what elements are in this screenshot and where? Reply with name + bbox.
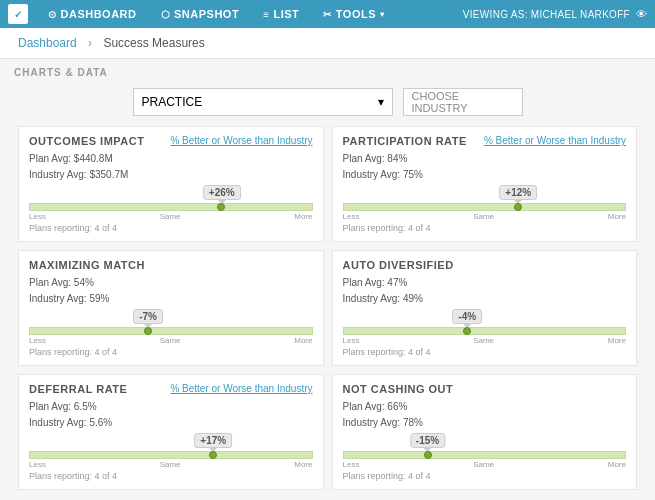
slider-outcomes: +26% Less Same More	[29, 203, 313, 221]
nav-list[interactable]: ≡ LIST	[259, 8, 303, 20]
metric-title-not-cashing: NOT CASHING OUT	[343, 383, 454, 395]
breadcrumb-current: Success Measures	[103, 36, 204, 50]
metric-reporting-not-cashing: Plans reporting: 4 of 4	[343, 471, 627, 481]
slider-dot-participation	[514, 203, 522, 211]
dashboard-icon: ⊙	[48, 9, 57, 20]
slider-labels-not-cashing: Less Same More	[343, 460, 627, 469]
metric-stats-participation: Plan Avg: 84% Industry Avg: 75%	[343, 151, 627, 183]
metric-link-outcomes[interactable]: % Better or Worse than Industry	[170, 135, 312, 146]
filter-row: PRACTICE ▾ CHOOSE INDUSTRY	[0, 82, 655, 122]
metric-stats-deferral: Plan Avg: 6.5% Industry Avg: 5.6%	[29, 399, 313, 431]
slider-bubble-deferral: +17%	[194, 433, 232, 448]
slider-dot-not-cashing	[424, 451, 432, 459]
slider-maximizing: -7% Less Same More	[29, 327, 313, 345]
metric-reporting-deferral: Plans reporting: 4 of 4	[29, 471, 313, 481]
industry-dropdown[interactable]: CHOOSE INDUSTRY	[403, 88, 523, 116]
metric-card-participation: PARTICIPATION RATE % Better or Worse tha…	[332, 126, 638, 242]
tools-arrow-icon: ▾	[380, 10, 385, 19]
metric-card-not-cashing: NOT CASHING OUT Plan Avg: 66% Industry A…	[332, 374, 638, 490]
slider-dot-maximizing	[144, 327, 152, 335]
metric-reporting-auto: Plans reporting: 4 of 4	[343, 347, 627, 357]
slider-dot-outcomes	[217, 203, 225, 211]
nav-snapshot[interactable]: ⬡ SNAPSHOT	[157, 8, 244, 20]
metric-title-participation: PARTICIPATION RATE	[343, 135, 467, 147]
slider-labels-outcomes: Less Same More	[29, 212, 313, 221]
slider-bubble-auto: -4%	[452, 309, 482, 324]
metric-card-auto-diversified: AUTO DIVERSIFIED Plan Avg: 47% Industry …	[332, 250, 638, 366]
nav-right: VIEWING AS: MICHAEL NARKOFF 👁	[463, 8, 647, 20]
slider-track-deferral	[29, 451, 313, 459]
breadcrumb-root[interactable]: Dashboard	[18, 36, 77, 50]
metric-title-outcomes: OUTCOMES IMPACT	[29, 135, 144, 147]
list-icon: ≡	[263, 9, 269, 20]
slider-auto: -4% Less Same More	[343, 327, 627, 345]
slider-participation: +12% Less Same More	[343, 203, 627, 221]
metric-reporting-outcomes: Plans reporting: 4 of 4	[29, 223, 313, 233]
metric-title-auto: AUTO DIVERSIFIED	[343, 259, 454, 271]
slider-track-auto	[343, 327, 627, 335]
viewing-label: VIEWING AS: MICHAEL NARKOFF	[463, 9, 630, 20]
slider-labels-maximizing: Less Same More	[29, 336, 313, 345]
metric-reporting-participation: Plans reporting: 4 of 4	[343, 223, 627, 233]
metric-stats-maximizing: Plan Avg: 54% Industry Avg: 59%	[29, 275, 313, 307]
slider-bubble-participation: +12%	[499, 185, 537, 200]
metric-stats-auto: Plan Avg: 47% Industry Avg: 49%	[343, 275, 627, 307]
metric-stats-not-cashing: Plan Avg: 66% Industry Avg: 78%	[343, 399, 627, 431]
metric-title-maximizing: MAXIMIZING MATCH	[29, 259, 145, 271]
slider-labels-participation: Less Same More	[343, 212, 627, 221]
slider-bubble-outcomes: +26%	[203, 185, 241, 200]
slider-labels-deferral: Less Same More	[29, 460, 313, 469]
slider-track-not-cashing	[343, 451, 627, 459]
tools-icon: ✂	[323, 9, 332, 20]
slider-dot-deferral	[209, 451, 217, 459]
metric-card-maximizing: MAXIMIZING MATCH Plan Avg: 54% Industry …	[18, 250, 324, 366]
practice-dropdown[interactable]: PRACTICE ▾	[133, 88, 393, 116]
breadcrumb-separator: ›	[88, 36, 92, 50]
bottom-grid: DEFERRAL RATE % Better or Worse than Ind…	[0, 370, 655, 498]
slider-deferral: +17% Less Same More	[29, 451, 313, 469]
eye-icon: 👁	[636, 8, 647, 20]
metric-link-participation[interactable]: % Better or Worse than Industry	[484, 135, 626, 146]
logo-icon: ✓	[8, 4, 28, 24]
slider-dot-auto	[463, 327, 471, 335]
slider-labels-auto: Less Same More	[343, 336, 627, 345]
nav-bar: ✓ ⊙ DASHBOARD ⬡ SNAPSHOT ≡ LIST ✂ TOOLS …	[0, 0, 655, 28]
slider-track-outcomes	[29, 203, 313, 211]
metrics-grid: OUTCOMES IMPACT % Better or Worse than I…	[0, 122, 655, 370]
nav-tools[interactable]: ✂ TOOLS ▾	[319, 8, 388, 20]
slider-not-cashing: -15% Less Same More	[343, 451, 627, 469]
slider-bubble-maximizing: -7%	[133, 309, 163, 324]
metric-card-deferral: DEFERRAL RATE % Better or Worse than Ind…	[18, 374, 324, 490]
metric-title-deferral: DEFERRAL RATE	[29, 383, 127, 395]
metric-card-outcomes-impact: OUTCOMES IMPACT % Better or Worse than I…	[18, 126, 324, 242]
slider-track-maximizing	[29, 327, 313, 335]
section-header: CHARTS & DATA	[0, 59, 655, 82]
snapshot-icon: ⬡	[161, 9, 171, 20]
slider-track-participation	[343, 203, 627, 211]
metric-reporting-maximizing: Plans reporting: 4 of 4	[29, 347, 313, 357]
metric-stats-outcomes: Plan Avg: $440.8M Industry Avg: $350.7M	[29, 151, 313, 183]
metric-link-deferral[interactable]: % Better or Worse than Industry	[170, 383, 312, 394]
slider-bubble-not-cashing: -15%	[410, 433, 445, 448]
breadcrumb: Dashboard › Success Measures	[0, 28, 655, 59]
nav-logo: ✓	[8, 4, 28, 24]
nav-dashboard[interactable]: ⊙ DASHBOARD	[44, 8, 141, 20]
dropdown-arrow-icon: ▾	[378, 95, 384, 109]
